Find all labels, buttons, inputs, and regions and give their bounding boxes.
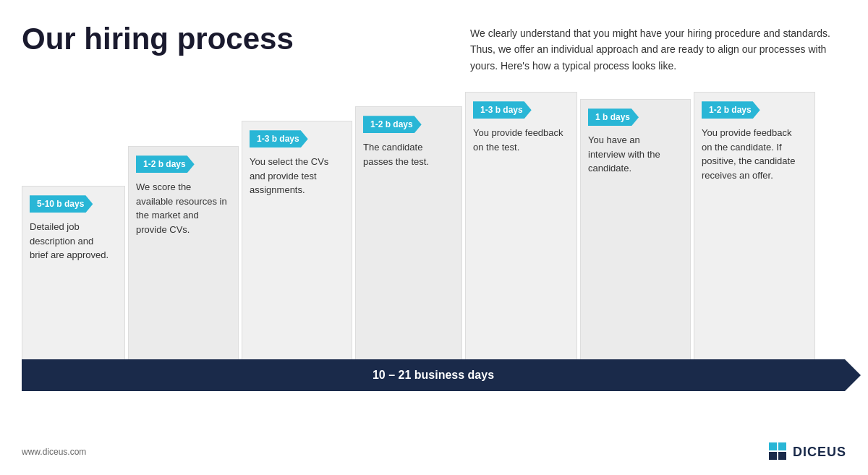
step-5-text: You provide feedback on the test. (473, 126, 569, 154)
website-link: www.diceus.com (22, 447, 86, 457)
diceus-logo-icon (768, 442, 788, 462)
step-2-badge: 1-2 b days (136, 155, 195, 173)
step-7-badge: 1-2 b days (702, 101, 760, 119)
step-6-text: You have an interview with the candidate… (588, 133, 683, 176)
step-2-text: We score the available resources in the … (136, 180, 231, 236)
timeline-label: 10 – 21 business days (373, 369, 494, 382)
step-4-text: The candidate passes the test. (363, 140, 454, 168)
step-1-badge: 5-10 b days (30, 195, 93, 213)
step-2: 1-2 b days We score the available resour… (128, 146, 239, 359)
svg-rect-3 (778, 452, 786, 460)
step-5: 1-3 b days You provide feedback on the t… (465, 92, 577, 359)
svg-rect-2 (769, 452, 777, 460)
timeline-container: 10 – 21 business days (22, 359, 845, 391)
step-1-text: Detailed job description and brief are a… (30, 220, 117, 262)
footer: www.diceus.com DICEUS (22, 442, 846, 462)
steps-container: 5-10 b days Detailed job description and… (22, 92, 846, 359)
step-7: 1-2 b days You provide feedback on the c… (694, 92, 815, 359)
step-5-badge: 1-3 b days (473, 101, 532, 119)
step-3-text: You select the CVs and provide test assi… (250, 155, 344, 197)
step-3-badge: 1-3 b days (250, 130, 308, 147)
step-3: 1-3 b days You select the CVs and provid… (242, 121, 352, 359)
timeline-bar: 10 – 21 business days (22, 359, 845, 391)
description-box: We clearly understand that you might hav… (470, 22, 846, 74)
step-6: 1 b days You have an interview with the … (580, 99, 691, 359)
step-7-text: You provide feedback on the candidate. I… (702, 126, 807, 182)
step-4-badge: 1-2 b days (363, 116, 422, 133)
page-title: Our hiring process (22, 22, 294, 56)
step-6-badge: 1 b days (588, 108, 639, 126)
step-4: 1-2 b days The candidate passes the test… (355, 106, 462, 359)
logo-area: DICEUS (768, 442, 846, 462)
page-container: Our hiring process We clearly understand… (0, 0, 868, 475)
svg-rect-1 (778, 442, 786, 450)
svg-rect-0 (769, 442, 777, 450)
step-1: 5-10 b days Detailed job description and… (22, 186, 125, 359)
logo-text: DICEUS (793, 445, 846, 460)
description-text: We clearly understand that you might hav… (470, 25, 846, 74)
